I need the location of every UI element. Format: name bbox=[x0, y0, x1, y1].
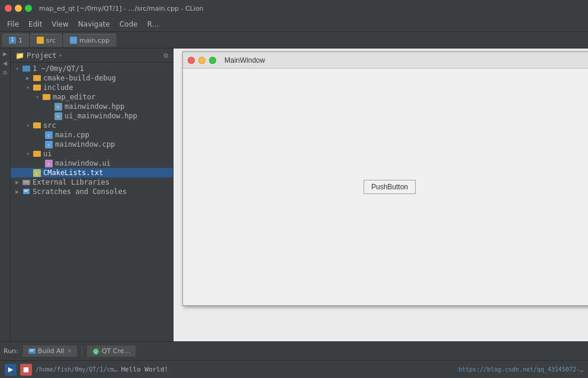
tree-arrow-src: ▾ bbox=[24, 122, 32, 128]
mainwindow-ui-icon: u bbox=[44, 159, 53, 167]
status-left: ▶ ■ /home/fish/0my/QT/1/cm… Hello World! bbox=[5, 364, 168, 376]
tree-item-src[interactable]: ▾ src bbox=[11, 121, 173, 130]
menu-view[interactable]: View bbox=[47, 18, 73, 30]
svg-rect-4 bbox=[24, 190, 28, 190]
tree-arrow-main-cpp: ▶ bbox=[36, 132, 44, 138]
tree-arrow-ui-hpp: ▶ bbox=[45, 113, 53, 119]
svg-rect-7 bbox=[30, 350, 34, 350]
scratches-icon bbox=[21, 188, 31, 196]
tree-arrow-ext: ▶ bbox=[13, 179, 21, 185]
tree-item-cmakelists[interactable]: ▶ c CMakeLists.txt bbox=[11, 168, 173, 177]
tree-label-include: include bbox=[43, 83, 73, 92]
ui-mainwindow-hpp-icon: h bbox=[53, 112, 63, 120]
menu-navigate[interactable]: Navigate bbox=[73, 18, 115, 30]
sidebar: 📁 Project ▾ ⚙ ▾ 1 ~/0my/QT/1 ▶ cmake-bui… bbox=[11, 49, 173, 341]
build-all-close-icon[interactable]: ✕ bbox=[68, 348, 72, 354]
cmakelists-icon: c bbox=[32, 169, 41, 177]
strip-icon-2[interactable]: ◀ bbox=[1, 60, 9, 69]
tree-item-include[interactable]: ▾ include bbox=[11, 83, 173, 92]
strip-icon-3[interactable]: ⚙ bbox=[1, 70, 9, 78]
tree-item-root[interactable]: ▾ 1 ~/0my/QT/1 bbox=[11, 64, 173, 73]
file-tree: ▾ 1 ~/0my/QT/1 ▶ cmake-build-debug ▾ inc… bbox=[11, 63, 173, 198]
tab-src-label: src bbox=[46, 37, 56, 44]
qt-creator-tab[interactable]: Q QT Cre… bbox=[87, 345, 136, 357]
tree-label-main-cpp: main.cpp bbox=[55, 131, 89, 139]
title-bar: map_ed_qt [~/0my/QT/1] - …/src/main.cpp … bbox=[0, 0, 588, 17]
close-button[interactable] bbox=[5, 5, 12, 12]
tree-arrow-mw-cpp: ▶ bbox=[36, 141, 44, 147]
tree-item-mainwindow-ui[interactable]: ▶ u mainwindow.ui bbox=[11, 159, 173, 168]
svg-text:Q: Q bbox=[94, 350, 98, 354]
tree-item-external-libs[interactable]: ▶ External Libraries bbox=[11, 177, 173, 187]
minimize-button[interactable] bbox=[15, 5, 22, 12]
tree-arrow-mw-ui: ▶ bbox=[36, 160, 44, 166]
external-libs-icon bbox=[21, 178, 31, 186]
tab-1-icon: 1 bbox=[9, 37, 16, 44]
sidebar-settings-icon[interactable]: ⚙ bbox=[163, 51, 168, 60]
build-all-tab[interactable]: Build All ✕ bbox=[23, 345, 77, 357]
tree-arrow-ui: ▾ bbox=[24, 151, 32, 157]
main-cpp-icon: c bbox=[44, 131, 53, 139]
qt-icon: Q bbox=[92, 348, 100, 355]
menu-more[interactable]: R… bbox=[142, 18, 163, 30]
run-label: Run: bbox=[4, 347, 18, 355]
floating-close-button[interactable] bbox=[188, 57, 195, 64]
root-folder-icon bbox=[21, 64, 31, 73]
main-area: ▶ ◀ ⚙ 📁 Project ▾ ⚙ ▾ 1 ~/0my/QT/1 ▶ bbox=[0, 49, 588, 341]
run-button[interactable]: ▶ bbox=[5, 364, 17, 376]
tree-label-mainwindow-cpp: mainwindow.cpp bbox=[55, 140, 115, 148]
main-window-preview: MainWindow PushButton bbox=[182, 51, 588, 306]
bottom-toolbar: Run: Build All ✕ Q QT Cre… bbox=[0, 341, 588, 360]
status-message: Hello World! bbox=[121, 366, 168, 373]
tab-src-icon bbox=[37, 37, 44, 44]
tree-item-map-editor[interactable]: ▾ map_editor bbox=[11, 92, 173, 102]
tree-arrow-scratches: ▶ bbox=[13, 189, 21, 195]
svg-rect-1 bbox=[24, 181, 29, 182]
svg-rect-5 bbox=[24, 191, 27, 192]
tree-item-cmake-build[interactable]: ▶ cmake-build-debug bbox=[11, 73, 173, 83]
tree-label-src: src bbox=[43, 121, 56, 130]
tree-arrow-cmake-list: ▶ bbox=[24, 170, 32, 176]
tree-label-cmake-build: cmake-build-debug bbox=[43, 74, 116, 82]
tree-item-scratches[interactable]: ▶ Scratches and Consoles bbox=[11, 187, 173, 196]
tab-main-cpp-icon bbox=[70, 37, 77, 44]
tree-arrow-mw-hpp: ▶ bbox=[45, 104, 53, 109]
tree-label-mainwindow-hpp: mainwindow.hpp bbox=[65, 102, 124, 111]
status-path: /home/fish/0my/QT/1/cm… bbox=[36, 366, 117, 373]
status-url: https://blog.csdn.net/qq_43145072-… bbox=[458, 366, 583, 373]
floating-max-button[interactable] bbox=[209, 57, 216, 64]
menu-file[interactable]: File bbox=[2, 18, 24, 30]
maximize-button[interactable] bbox=[25, 5, 32, 12]
window-controls bbox=[5, 5, 32, 12]
left-strip: ▶ ◀ ⚙ bbox=[0, 49, 11, 341]
tab-src[interactable]: src bbox=[30, 34, 62, 47]
sidebar-header-left: 📁 Project ▾ bbox=[15, 51, 62, 60]
cmake-folder-icon bbox=[32, 74, 41, 82]
include-folder-icon bbox=[32, 83, 41, 92]
content-area: MainWindow PushButton bbox=[173, 49, 588, 341]
tabs-bar: 1 1 src main.cpp bbox=[0, 32, 588, 49]
menu-edit[interactable]: Edit bbox=[24, 18, 47, 30]
build-all-label: Build All bbox=[38, 347, 65, 355]
stop-button[interactable]: ■ bbox=[20, 364, 32, 376]
tree-label-cmakelists: CMakeLists.txt bbox=[43, 169, 103, 177]
src-folder-icon bbox=[32, 121, 41, 130]
floating-window-title: MainWindow bbox=[224, 56, 265, 64]
tree-item-main-cpp[interactable]: ▶ c main.cpp bbox=[11, 130, 173, 140]
tree-label-map-editor: map_editor bbox=[53, 93, 95, 101]
tab-main-cpp[interactable]: main.cpp bbox=[63, 34, 116, 47]
tree-label-ui-mainwindow-hpp: ui_mainwindow.hpp bbox=[65, 112, 137, 120]
tree-item-mainwindow-cpp[interactable]: ▶ c mainwindow.cpp bbox=[11, 140, 173, 149]
tree-label-ui: ui bbox=[43, 150, 52, 158]
tree-arrow-map-editor: ▾ bbox=[33, 94, 41, 100]
floating-min-button[interactable] bbox=[198, 57, 205, 64]
menu-code[interactable]: Code bbox=[115, 18, 143, 30]
push-button[interactable]: PushButton bbox=[364, 180, 416, 194]
strip-icon-1[interactable]: ▶ bbox=[1, 51, 9, 59]
tab-1[interactable]: 1 1 bbox=[2, 34, 29, 47]
mainwindow-cpp-icon: c bbox=[44, 140, 53, 148]
tree-item-mainwindow-hpp[interactable]: ▶ h mainwindow.hpp bbox=[11, 102, 173, 111]
tree-item-ui[interactable]: ▾ ui bbox=[11, 149, 173, 159]
tree-item-ui-mainwindow-hpp[interactable]: ▶ h ui_mainwindow.hpp bbox=[11, 111, 173, 121]
tree-label-root: 1 ~/0my/QT/1 bbox=[33, 64, 84, 73]
